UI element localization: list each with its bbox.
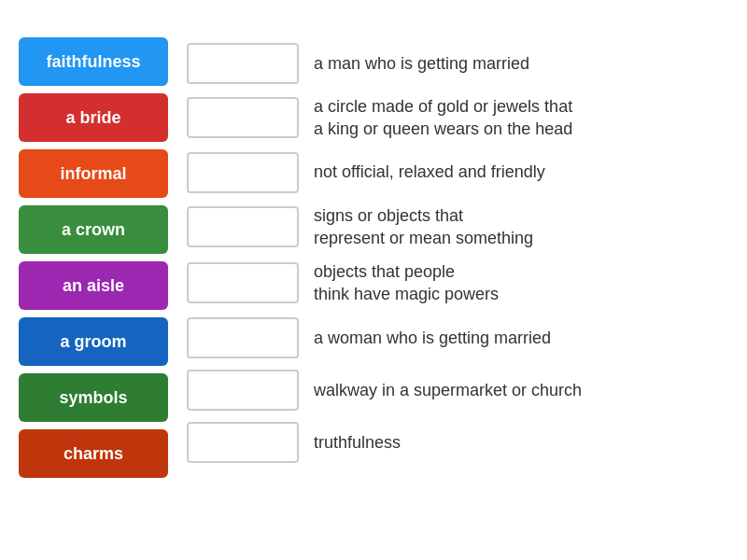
definition-text-row1: a man who is getting married	[314, 52, 529, 75]
definition-text-row3: not official, relaxed and friendly	[314, 161, 545, 183]
match-row-row2: a circle made of gold or jewels thata ki…	[187, 90, 728, 147]
match-row-row5: objects that peoplethink have magic powe…	[187, 255, 728, 312]
answer-box-row1[interactable]	[187, 43, 299, 84]
definition-list: a man who is getting marrieda circle mad…	[187, 37, 728, 523]
match-row-row1: a man who is getting married	[187, 37, 728, 90]
word-btn-a-groom[interactable]: a groom	[19, 317, 168, 366]
definition-text-row7: walkway in a supermarket or church	[314, 379, 582, 401]
definition-text-row2: a circle made of gold or jewels thata ki…	[314, 95, 572, 141]
match-row-row8: truthfulness	[187, 416, 728, 469]
match-row-row7: walkway in a supermarket or church	[187, 364, 728, 416]
answer-box-row5[interactable]	[187, 262, 299, 303]
definition-text-row6: a woman who is getting married	[314, 327, 551, 349]
word-btn-symbols[interactable]: symbols	[19, 373, 168, 422]
answer-box-row7[interactable]	[187, 370, 299, 411]
main-container: faithfulnessa brideinformala crownan ais…	[0, 0, 747, 560]
word-btn-faithfulness[interactable]: faithfulness	[19, 37, 168, 86]
match-row-row3: not official, relaxed and friendly	[187, 147, 728, 199]
definition-text-row4: signs or objects thatrepresent or mean s…	[314, 204, 533, 250]
word-btn-charms[interactable]: charms	[19, 429, 168, 478]
word-btn-a-bride[interactable]: a bride	[19, 93, 168, 142]
word-btn-informal[interactable]: informal	[19, 149, 168, 198]
answer-box-row3[interactable]	[187, 152, 299, 193]
word-btn-an-aisle[interactable]: an aisle	[19, 261, 168, 310]
answer-box-row8[interactable]	[187, 422, 299, 463]
word-btn-a-crown[interactable]: a crown	[19, 205, 168, 254]
answer-box-row2[interactable]	[187, 97, 299, 138]
word-list: faithfulnessa brideinformala crownan ais…	[19, 37, 168, 523]
match-row-row6: a woman who is getting married	[187, 312, 728, 364]
definition-text-row8: truthfulness	[314, 431, 401, 454]
definition-text-row5: objects that peoplethink have magic powe…	[314, 260, 499, 306]
answer-box-row6[interactable]	[187, 317, 299, 358]
match-row-row4: signs or objects thatrepresent or mean s…	[187, 199, 728, 256]
answer-box-row4[interactable]	[187, 206, 299, 247]
